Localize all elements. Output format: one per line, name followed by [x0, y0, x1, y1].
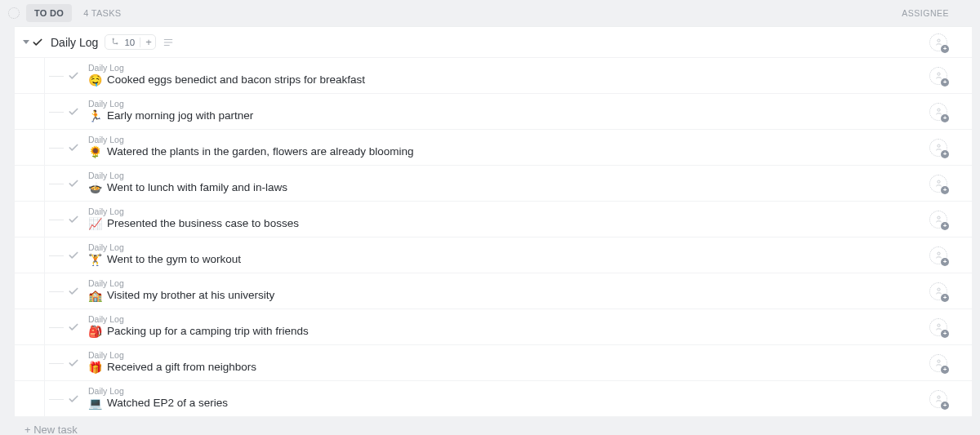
new-task-button[interactable]: + New task [0, 417, 980, 435]
assignee-add-button[interactable]: + [929, 103, 947, 121]
task-breadcrumb[interactable]: Daily Log [88, 387, 915, 396]
assignee-add-button[interactable]: + [929, 211, 947, 229]
task-row[interactable]: Daily Log 🎁 Received a gift from neighbo… [15, 345, 972, 381]
assignee-add-button[interactable]: + [929, 390, 947, 408]
task-row[interactable]: Daily Log 🏃 Early morning jog with partn… [15, 94, 972, 130]
task-breadcrumb[interactable]: Daily Log [88, 207, 915, 216]
plus-badge-icon: + [941, 330, 949, 338]
task-complete-check-icon[interactable] [67, 213, 80, 226]
task-complete-check-icon[interactable] [67, 357, 80, 370]
indent-guide [15, 58, 49, 93]
task-breadcrumb[interactable]: Daily Log [88, 315, 915, 324]
task-row[interactable]: Daily Log 🌻 Watered the plants in the ga… [15, 130, 972, 166]
task-title[interactable]: 🤤 Cooked eggs benedict and bacon strips … [88, 73, 915, 87]
task-title-text: Went to lunch with family and in-laws [107, 180, 287, 195]
task-row[interactable]: Daily Log 📈 Presented the business case … [15, 202, 972, 237]
task-title[interactable]: 🏫 Visited my brother at his university [88, 288, 915, 303]
group-header-row[interactable]: Daily Log 10 + + [15, 27, 972, 58]
task-title[interactable]: 🏃 Early morning jog with partner [88, 109, 915, 123]
assignee-add-button[interactable]: + [929, 354, 947, 372]
plus-badge-icon: + [941, 186, 949, 194]
description-icon[interactable] [163, 37, 174, 48]
task-breadcrumb[interactable]: Daily Log [88, 64, 915, 73]
task-text-column: Daily Log 🎒 Packing up for a camping tri… [88, 315, 915, 340]
task-title[interactable]: 🎁 Received a gift from neighbors [88, 360, 915, 375]
task-row[interactable]: Daily Log 🏫 Visited my brother at his un… [15, 273, 972, 309]
task-title[interactable]: 🌻 Watered the plants in the garden, flow… [88, 144, 915, 159]
task-row[interactable]: Daily Log 🎒 Packing up for a camping tri… [15, 309, 972, 345]
assignee-add-button[interactable]: + [929, 67, 947, 85]
task-breadcrumb[interactable]: Daily Log [88, 279, 915, 288]
assignee-add-button[interactable]: + [929, 139, 947, 157]
task-complete-check-icon[interactable] [67, 69, 80, 82]
svg-point-15 [937, 396, 939, 398]
chip-divider [140, 38, 140, 47]
task-title[interactable]: 🎒 Packing up for a camping trip with fri… [88, 324, 915, 339]
task-row[interactable]: Daily Log 🍲 Went to lunch with family an… [15, 166, 972, 202]
task-text-column: Daily Log 🤤 Cooked eggs benedict and bac… [88, 64, 915, 88]
task-text-column: Daily Log 🏫 Visited my brother at his un… [88, 279, 915, 304]
add-subtask-plus-icon[interactable]: + [145, 37, 152, 47]
task-breadcrumb[interactable]: Daily Log [88, 135, 915, 144]
task-complete-check-icon[interactable] [67, 285, 80, 298]
task-breadcrumb[interactable]: Daily Log [88, 351, 915, 360]
status-circle-icon [8, 7, 20, 19]
task-breadcrumb[interactable]: Daily Log [88, 243, 915, 252]
branch-line [49, 166, 67, 201]
task-title-text: Visited my brother at his university [107, 288, 274, 303]
indent-guide [15, 381, 49, 416]
assignee-add-button[interactable]: + [929, 33, 947, 51]
task-row[interactable]: Daily Log 🤤 Cooked eggs benedict and bac… [15, 58, 972, 94]
svg-point-6 [937, 73, 939, 75]
task-text-column: Daily Log 🏃 Early morning jog with partn… [88, 100, 915, 124]
task-complete-check-icon[interactable] [67, 249, 80, 262]
branch-line [49, 309, 67, 344]
branch-line [49, 237, 67, 273]
plus-badge-icon: + [941, 114, 949, 122]
assignee-add-button[interactable]: + [929, 175, 947, 193]
group-complete-check-icon[interactable] [31, 36, 44, 49]
branch-line [49, 94, 67, 129]
task-text-column: Daily Log 🎁 Received a gift from neighbo… [88, 351, 915, 375]
status-label[interactable]: TO DO [26, 4, 72, 22]
task-sheet: Daily Log 10 + + Daily Log [15, 26, 972, 417]
assignee-add-button[interactable]: + [929, 282, 947, 300]
task-emoji-icon: 🤤 [88, 73, 102, 87]
assignee-add-button[interactable]: + [929, 246, 947, 264]
column-header-assignee[interactable]: ASSIGNEE [902, 8, 972, 18]
task-row[interactable]: Daily Log 💻 Watched EP2 of a series + [15, 381, 972, 417]
task-text-column: Daily Log 🍲 Went to lunch with family an… [88, 171, 915, 196]
svg-point-12 [937, 288, 939, 291]
task-complete-check-icon[interactable] [67, 141, 80, 154]
svg-point-7 [937, 109, 939, 111]
assignee-add-button[interactable]: + [929, 318, 947, 336]
task-emoji-icon: 🏫 [88, 288, 102, 303]
task-emoji-icon: 🍲 [88, 180, 102, 195]
task-title-text: Watched EP2 of a series [107, 396, 228, 411]
task-breadcrumb[interactable]: Daily Log [88, 171, 915, 180]
task-title[interactable]: 📈 Presented the business case to bosses [88, 216, 915, 231]
task-text-column: Daily Log 🏋️ Went to the gym to workout [88, 243, 915, 268]
collapse-toggle-icon[interactable] [23, 40, 29, 44]
task-emoji-icon: 💻 [88, 396, 102, 411]
status-header: TO DO 4 TASKS ASSIGNEE [0, 0, 980, 26]
task-title[interactable]: 🍲 Went to lunch with family and in-laws [88, 180, 915, 195]
task-complete-check-icon[interactable] [67, 393, 80, 406]
task-emoji-icon: 🎒 [88, 324, 102, 339]
svg-point-14 [937, 360, 939, 362]
task-complete-check-icon[interactable] [67, 177, 80, 190]
task-title-text: Went to the gym to workout [107, 252, 241, 267]
branch-line [49, 345, 67, 380]
plus-badge-icon: + [941, 150, 949, 158]
task-row[interactable]: Daily Log 🏋️ Went to the gym to workout … [15, 237, 972, 273]
group-title[interactable]: Daily Log [51, 36, 98, 49]
subtask-count-chip[interactable]: 10 + [105, 34, 155, 50]
task-complete-check-icon[interactable] [67, 105, 80, 118]
task-breadcrumb[interactable]: Daily Log [88, 100, 915, 109]
task-title[interactable]: 💻 Watched EP2 of a series [88, 396, 915, 411]
plus-badge-icon: + [941, 366, 949, 374]
task-title[interactable]: 🏋️ Went to the gym to workout [88, 252, 915, 267]
task-complete-check-icon[interactable] [67, 321, 80, 334]
plus-badge-icon: + [941, 78, 949, 87]
branch-line [49, 273, 67, 308]
